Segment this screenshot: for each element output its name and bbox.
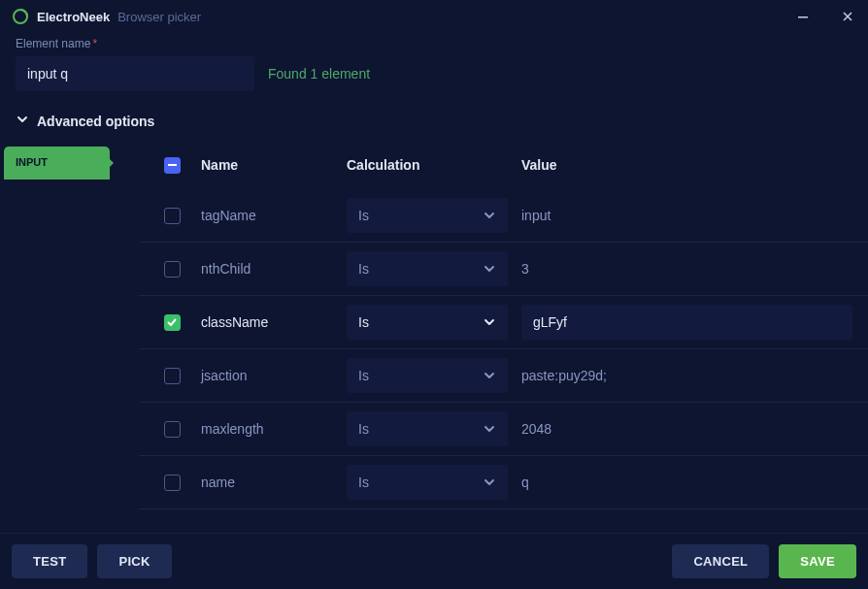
row-name: maxlength	[201, 421, 347, 437]
table-header: Name Calculation Value	[139, 141, 868, 189]
calculation-value: Is	[358, 208, 369, 223]
row-checkbox[interactable]	[164, 368, 181, 384]
calculation-dropdown[interactable]: Is	[347, 198, 508, 233]
window-controls	[794, 8, 856, 25]
calculation-value: Is	[358, 314, 369, 330]
attributes-table: Name Calculation Value tagNameIsinputnth…	[139, 141, 868, 533]
row-checkbox[interactable]	[164, 208, 181, 224]
footer: TEST PICK CANCEL SAVE	[0, 533, 868, 589]
chevron-down-icon	[483, 475, 496, 489]
chevron-down-icon	[16, 113, 29, 129]
table-row: nthChildIs3	[139, 243, 868, 296]
row-value: 3	[521, 261, 852, 277]
table-row: nameIsq	[139, 456, 868, 509]
calculation-dropdown[interactable]: Is	[347, 305, 508, 340]
advanced-options-label: Advanced options	[37, 114, 154, 129]
row-checkbox[interactable]	[164, 474, 181, 491]
row-checkbox[interactable]	[164, 261, 181, 278]
calculation-value: Is	[358, 368, 369, 383]
table-row: jsactionIspaste:puy29d;	[139, 349, 868, 403]
row-name: name	[201, 474, 347, 490]
row-name: className	[201, 314, 347, 330]
calculation-dropdown[interactable]: Is	[347, 465, 508, 500]
pick-button[interactable]: PICK	[97, 544, 171, 578]
calculation-value: Is	[358, 421, 369, 437]
col-name: Name	[201, 157, 347, 173]
table-row: classNameIs	[139, 296, 868, 349]
calculation-dropdown[interactable]: Is	[347, 358, 508, 393]
col-value: Value	[521, 157, 852, 173]
chevron-down-icon	[483, 262, 496, 276]
row-name: tagName	[201, 208, 347, 223]
minimize-button[interactable]	[794, 8, 812, 25]
value-input[interactable]	[521, 305, 852, 340]
found-status: Found 1 element	[268, 66, 370, 82]
test-button[interactable]: TEST	[12, 544, 87, 578]
row-value: q	[521, 474, 852, 490]
col-calculation: Calculation	[347, 157, 521, 173]
sidebar: INPUT	[0, 141, 139, 533]
required-asterisk: *	[92, 37, 97, 50]
row-value: paste:puy29d;	[521, 368, 852, 383]
svg-rect-1	[798, 16, 808, 18]
advanced-options-toggle[interactable]: Advanced options	[0, 103, 868, 141]
calculation-value: Is	[358, 474, 369, 490]
row-value: input	[521, 208, 852, 223]
table-row: tagNameIsinput	[139, 189, 868, 243]
calculation-dropdown[interactable]: Is	[347, 251, 508, 286]
row-name: jsaction	[201, 368, 347, 383]
calculation-value: Is	[358, 261, 369, 277]
element-name-section: Element name* Found 1 element	[0, 33, 868, 103]
calculation-dropdown[interactable]: Is	[347, 411, 508, 446]
chevron-down-icon	[483, 369, 496, 382]
row-name: nthChild	[201, 261, 347, 277]
element-name-label: Element name*	[16, 37, 852, 50]
window-subtitle: Browser picker	[117, 10, 201, 24]
titlebar: ElectroNeek Browser picker	[0, 0, 868, 33]
table-row: maxlengthIs2048	[139, 403, 868, 456]
app-logo-icon	[12, 8, 29, 25]
cancel-button[interactable]: CANCEL	[672, 544, 769, 578]
row-checkbox[interactable]	[164, 421, 181, 438]
app-brand: ElectroNeek	[37, 10, 110, 24]
element-name-input[interactable]	[16, 56, 254, 91]
chevron-down-icon	[483, 209, 496, 222]
chevron-down-icon	[483, 422, 496, 436]
row-value: 2048	[521, 421, 852, 437]
select-all-checkbox[interactable]	[164, 157, 181, 174]
chevron-down-icon	[483, 315, 496, 329]
save-button[interactable]: SAVE	[779, 544, 856, 578]
body: INPUT Name Calculation Value tagNameIsin…	[0, 141, 868, 533]
row-checkbox[interactable]	[164, 314, 181, 331]
sidebar-tab-input[interactable]: INPUT	[4, 147, 110, 180]
close-button[interactable]	[839, 8, 856, 25]
